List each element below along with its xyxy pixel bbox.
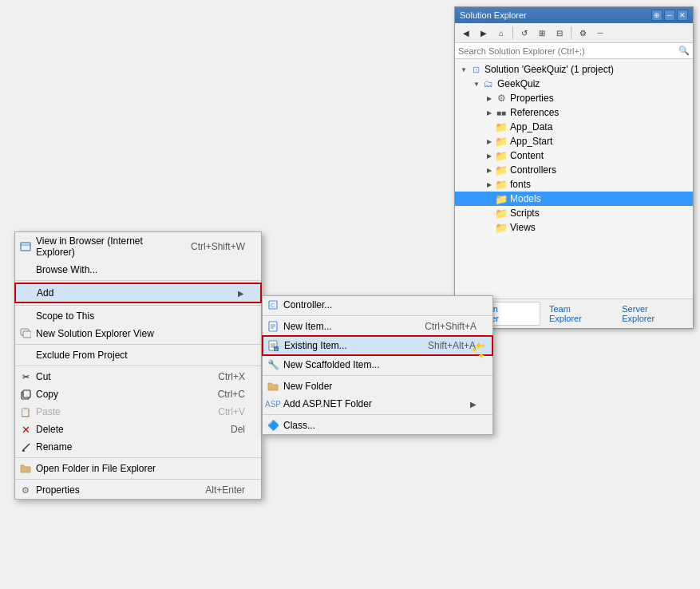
scripts-label: Scripts xyxy=(510,208,540,219)
class-icon: 🔷 xyxy=(266,418,280,433)
tree-item-fonts[interactable]: 📁 fonts xyxy=(455,177,693,192)
separator-1 xyxy=(15,280,261,281)
tab-server-explorer[interactable]: Server Explorer xyxy=(613,302,690,326)
submenu-sep-2 xyxy=(263,375,492,376)
close-button[interactable]: ✕ xyxy=(677,10,688,21)
controllers-icon: 📁 xyxy=(495,164,508,176)
existing-item-label: Existing Item... xyxy=(284,340,412,351)
tree-item-views[interactable]: 📁 Views xyxy=(455,220,693,235)
controllers-label: Controllers xyxy=(510,164,556,176)
menu-exclude[interactable]: Exclude From Project xyxy=(15,346,261,364)
menu-paste[interactable]: 📋 Paste Ctrl+V xyxy=(15,403,261,421)
menu-properties[interactable]: ⚙ Properties Alt+Enter xyxy=(15,481,261,499)
add-label: Add xyxy=(37,287,238,298)
separator-6 xyxy=(15,479,261,480)
toolbar-separator-1 xyxy=(512,26,513,39)
menu-cut[interactable]: ✂ Cut Ctrl+X xyxy=(15,368,261,385)
new-scaffolded-label: New Scaffolded Item... xyxy=(283,359,477,370)
new-view-icon xyxy=(18,326,33,341)
refresh-button[interactable]: ⊞ xyxy=(534,25,550,41)
svg-text:+: + xyxy=(275,346,278,351)
menu-scope[interactable]: Scope to This xyxy=(15,307,261,325)
new-item-label: New Item... xyxy=(283,321,409,332)
tree-item-controllers[interactable]: 📁 Controllers xyxy=(455,163,693,177)
titlebar-buttons: ⊕ ─ ✕ xyxy=(651,10,688,21)
content-arrow xyxy=(484,150,495,161)
settings-button[interactable]: ⚙ xyxy=(575,25,591,41)
menu-class[interactable]: 🔷 Class... xyxy=(263,417,492,434)
properties-icon-menu: ⚙ xyxy=(18,483,33,497)
menu-view-browser[interactable]: View in Browser (Internet Explorer) Ctrl… xyxy=(15,232,261,261)
menu-new-scaffolded[interactable]: 🔧 New Scaffolded Item... xyxy=(263,356,492,374)
project-arrow xyxy=(471,78,482,89)
search-box[interactable]: 🔍 xyxy=(455,43,693,59)
fonts-arrow xyxy=(484,179,495,190)
solution-explorer-titlebar: Solution Explorer ⊕ ─ ✕ xyxy=(455,7,693,23)
menu-rename[interactable]: Rename xyxy=(15,438,261,456)
menu-new-view[interactable]: New Solution Explorer View xyxy=(15,325,261,342)
copy-icon xyxy=(18,387,33,401)
tree-item-app-start[interactable]: 📁 App_Start xyxy=(455,134,693,148)
existing-item-icon: + xyxy=(267,338,281,353)
tab-team-explorer[interactable]: Team Explorer xyxy=(540,302,613,326)
menu-open-folder[interactable]: Open Folder in File Explorer xyxy=(15,460,261,477)
solution-explorer-toolbar: ◀ ▶ ⌂ ↺ ⊞ ⊟ ⚙ ─ xyxy=(455,23,693,43)
new-item-shortcut: Ctrl+Shift+A xyxy=(425,321,477,332)
minimize-button[interactable]: ─ xyxy=(664,10,675,21)
rename-icon xyxy=(18,440,33,454)
properties-arrow xyxy=(484,93,495,104)
menu-new-item[interactable]: New Item... Ctrl+Shift+A xyxy=(263,318,492,335)
add-arrow: ▶ xyxy=(238,289,244,298)
delete-label: Delete xyxy=(36,424,215,435)
pin-button[interactable]: ⊕ xyxy=(651,10,662,21)
models-icon: 📁 xyxy=(495,192,508,205)
menu-browse-with[interactable]: Browse With... xyxy=(15,261,261,279)
tree-item-content[interactable]: 📁 Content xyxy=(455,148,693,163)
menu-delete[interactable]: ✕ Delete Del xyxy=(15,421,261,438)
menu-copy[interactable]: Copy Ctrl+C xyxy=(15,385,261,403)
context-menu-add-submenu: C Controller... New Item... Ctrl+Shift+A… xyxy=(262,295,493,435)
tree-project[interactable]: 🗂 GeekQuiz xyxy=(455,77,693,91)
copy-label: Copy xyxy=(36,389,202,400)
back-button[interactable]: ◀ xyxy=(458,25,474,41)
search-icon: 🔍 xyxy=(678,45,690,56)
search-input[interactable] xyxy=(458,46,678,56)
cut-label: Cut xyxy=(36,371,202,382)
extra-button[interactable]: ─ xyxy=(592,25,608,41)
fonts-label: fonts xyxy=(510,179,531,190)
forward-button[interactable]: ▶ xyxy=(476,25,492,41)
controller-icon: C xyxy=(266,298,280,312)
menu-controller[interactable]: C Controller... xyxy=(263,296,492,314)
menu-aspnet-folder[interactable]: ASP Add ASP.NET Folder ▶ xyxy=(263,395,492,413)
content-icon: 📁 xyxy=(495,149,508,162)
models-arrow xyxy=(484,193,495,204)
new-item-icon xyxy=(266,319,280,334)
models-label: Models xyxy=(510,193,541,204)
cut-icon: ✂ xyxy=(18,370,33,384)
home-button[interactable]: ⌂ xyxy=(493,25,509,41)
tree-solution[interactable]: ⊡ Solution 'GeekQuiz' (1 project) xyxy=(455,62,693,77)
properties-label: Properties xyxy=(36,484,189,496)
svg-rect-5 xyxy=(23,390,30,397)
content-label: Content xyxy=(510,150,544,161)
browse-with-label: Browse With... xyxy=(36,264,245,275)
project-label: GeekQuiz xyxy=(497,78,540,89)
references-arrow xyxy=(484,107,495,118)
menu-add[interactable]: Add ▶ xyxy=(14,283,262,303)
tree-item-app-data[interactable]: 📁 App_Data xyxy=(455,120,693,134)
sync-button[interactable]: ↺ xyxy=(516,25,532,41)
tree-item-properties[interactable]: ⚙ Properties xyxy=(455,91,693,105)
view-button[interactable]: ⊟ xyxy=(552,25,568,41)
menu-existing-item[interactable]: + Existing Item... Shift+Alt+A xyxy=(262,335,493,356)
submenu-sep-3 xyxy=(263,414,492,415)
new-folder-label: New Folder xyxy=(283,381,477,392)
views-arrow xyxy=(484,222,495,233)
tree-item-references[interactable]: ■■ References xyxy=(455,105,693,120)
menu-new-folder[interactable]: New Folder xyxy=(263,378,492,395)
tree-item-models[interactable]: 📁 Models xyxy=(455,192,693,206)
separator-3 xyxy=(15,344,261,345)
paste-label: Paste xyxy=(36,406,202,417)
aspnet-folder-label: Add ASP.NET Folder xyxy=(283,398,470,409)
tree-item-scripts[interactable]: 📁 Scripts xyxy=(455,206,693,220)
paste-shortcut: Ctrl+V xyxy=(218,406,245,417)
